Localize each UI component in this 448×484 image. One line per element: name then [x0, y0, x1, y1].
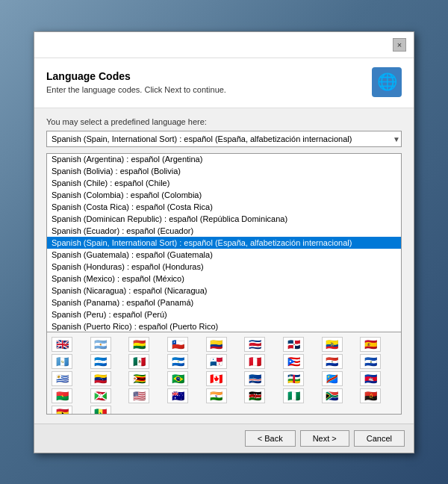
- flag-item[interactable]: 🇨🇻: [244, 371, 265, 386]
- flag-item[interactable]: 🇻🇪: [90, 371, 111, 386]
- flag-item[interactable]: 🇧🇷: [167, 371, 188, 386]
- list-item[interactable]: Spanish (Guatemala) : español (Guatemala…: [47, 249, 401, 261]
- globe-icon: 🌐: [372, 67, 402, 97]
- flag-item[interactable]: 🇬🇹: [52, 354, 72, 369]
- list-item[interactable]: Spanish (Mexico) : español (México): [47, 273, 401, 285]
- flag-item[interactable]: 🇬🇭: [52, 406, 72, 415]
- flag-item[interactable]: 🇺🇾: [52, 371, 72, 386]
- next-button[interactable]: Next >: [300, 430, 349, 447]
- flag-item[interactable]: 🇦🇴: [360, 388, 381, 403]
- list-item[interactable]: Spanish (Ecuador) : español (Ecuador): [47, 225, 401, 237]
- list-item[interactable]: Spanish (Nicaragua) : español (Nicaragua…: [47, 285, 401, 297]
- list-item[interactable]: Spanish (Spain, International Sort) : es…: [47, 237, 401, 249]
- flag-item[interactable]: 🇨🇩: [322, 371, 343, 386]
- flag-item[interactable]: 🇬🇧: [52, 337, 72, 352]
- dialog-header: Language Codes Enter the language codes.…: [34, 58, 414, 108]
- flag-item[interactable]: 🇰🇭: [360, 371, 381, 386]
- language-dropdown[interactable]: English (Zimbabwe) : English (Zimbabwe)S…: [46, 131, 402, 147]
- flag-item[interactable]: 🇭🇳: [90, 354, 111, 369]
- list-item[interactable]: Spanish (Dominican Republic) : español (…: [47, 213, 401, 225]
- flag-item[interactable]: 🇵🇾: [322, 354, 343, 369]
- flag-item[interactable]: 🇿🇼: [128, 371, 149, 386]
- language-codes-dialog: × Language Codes Enter the language code…: [34, 31, 414, 453]
- flag-item[interactable]: 🇺🇸: [128, 388, 149, 403]
- close-button[interactable]: ×: [393, 38, 406, 52]
- language-list[interactable]: English (Zimbabwe) : English (Zimbabwe)S…: [46, 153, 402, 332]
- flag-item[interactable]: 🇧🇴: [128, 337, 149, 352]
- dropdown-wrapper: English (Zimbabwe) : English (Zimbabwe)S…: [46, 131, 402, 147]
- flag-item[interactable]: 🇨🇱: [167, 337, 188, 352]
- list-item[interactable]: Spanish (Honduras) : español (Honduras): [47, 261, 401, 273]
- flag-item[interactable]: 🇿🇦: [322, 388, 343, 403]
- list-item[interactable]: Spanish (Argentina) : español (Argentina…: [47, 153, 401, 165]
- cancel-button[interactable]: Cancel: [354, 430, 405, 447]
- flag-item[interactable]: 🇧🇮: [90, 388, 111, 403]
- title-bar: ×: [34, 32, 414, 58]
- flag-item[interactable]: 🇮🇳: [206, 388, 227, 403]
- dialog-subtitle: Enter the language codes. Click Next to …: [46, 85, 226, 94]
- flag-item[interactable]: 🇪🇸: [360, 337, 381, 352]
- list-item[interactable]: Spanish (Puerto Rico) : español (Puerto …: [47, 320, 401, 332]
- flag-item[interactable]: 🇪🇨: [322, 337, 343, 352]
- flag-item[interactable]: 🇵🇦: [206, 354, 227, 369]
- dialog-footer: < Back Next > Cancel: [34, 424, 414, 453]
- list-item[interactable]: Spanish (Costa Rica) : español (Costa Ri…: [47, 201, 401, 213]
- list-item[interactable]: Spanish (Panama) : español (Panamá): [47, 297, 401, 308]
- flag-item[interactable]: 🇨🇴: [206, 337, 227, 352]
- dialog-title: Language Codes: [46, 70, 226, 82]
- flag-item[interactable]: 🇨🇫: [283, 371, 304, 386]
- flag-item[interactable]: 🇸🇻: [360, 354, 381, 369]
- header-text: Language Codes Enter the language codes.…: [46, 70, 226, 94]
- flag-item[interactable]: 🇳🇮: [167, 354, 188, 369]
- back-button[interactable]: < Back: [245, 430, 296, 447]
- list-item[interactable]: Spanish (Chile) : español (Chile): [47, 177, 401, 189]
- flags-panel: 🇬🇧🇦🇷🇧🇴🇨🇱🇨🇴🇨🇷🇩🇴🇪🇨🇪🇸🇬🇹🇭🇳🇲🇽🇳🇮🇵🇦🇵🇪🇵🇷🇵🇾🇸🇻🇺🇾🇻🇪…: [46, 332, 402, 415]
- flag-item[interactable]: 🇲🇽: [128, 354, 149, 369]
- flag-item[interactable]: 🇩🇴: [283, 337, 304, 352]
- flag-item[interactable]: 🇸🇳: [90, 406, 111, 415]
- flag-item[interactable]: 🇰🇪: [244, 388, 265, 403]
- flag-item[interactable]: 🇧🇫: [52, 388, 72, 403]
- dialog-content: You may select a predefined language her…: [34, 108, 414, 424]
- flag-item[interactable]: 🇳🇬: [283, 388, 304, 403]
- flag-item[interactable]: 🇦🇷: [90, 337, 111, 352]
- list-item[interactable]: Spanish (Bolivia) : español (Bolivia): [47, 165, 401, 177]
- select-label: You may select a predefined language her…: [46, 117, 402, 126]
- flag-item[interactable]: 🇨🇷: [244, 337, 265, 352]
- flag-item[interactable]: 🇦🇺: [167, 388, 188, 403]
- flag-item[interactable]: 🇵🇪: [244, 354, 265, 369]
- list-item[interactable]: Spanish (Peru) : español (Perú): [47, 308, 401, 320]
- list-item[interactable]: Spanish (Colombia) : español (Colombia): [47, 189, 401, 201]
- flag-item[interactable]: 🇨🇦: [206, 371, 227, 386]
- flag-item[interactable]: 🇵🇷: [283, 354, 304, 369]
